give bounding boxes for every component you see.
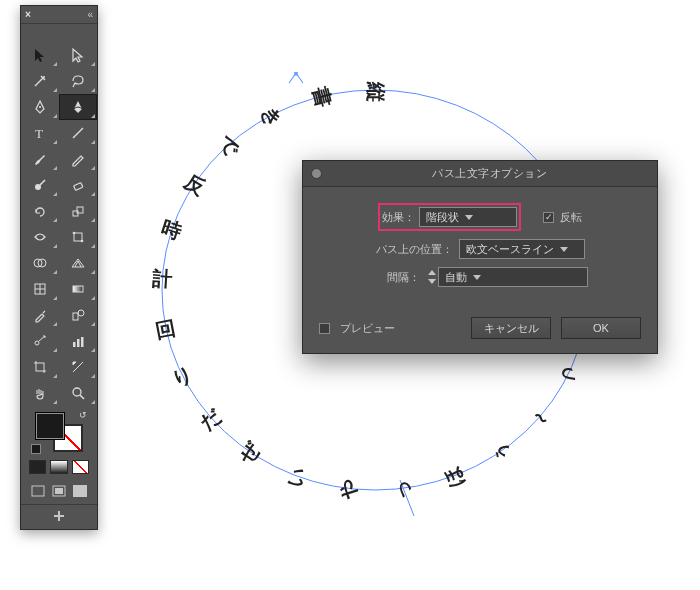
scale-tool[interactable] [59,198,97,224]
svg-text:T: T [35,126,43,141]
effect-highlight: 効果： 階段状 [378,203,521,231]
dialog-titlebar[interactable]: パス上文字オプション [303,161,657,187]
blob-brush-tool[interactable] [21,172,59,198]
blend-tool[interactable] [59,302,97,328]
eyedropper-tool[interactable] [21,302,59,328]
path-text-glyph[interactable]: っ [553,360,583,393]
svg-point-10 [73,232,76,235]
svg-rect-6 [74,182,83,190]
path-text-glyph[interactable]: 計 [152,265,174,293]
screen-mode-full-icon[interactable] [50,484,67,498]
lasso-tool[interactable] [59,68,97,94]
window-close-dot[interactable] [311,168,322,179]
type-tool[interactable]: T [21,120,59,146]
curvature-tool[interactable] [59,94,97,120]
color-chip-gradient[interactable] [50,460,67,474]
pen-tool[interactable] [21,94,59,120]
chevron-down-icon [560,247,568,252]
default-fill-stroke-icon[interactable] [31,444,41,454]
fill-stroke-swatch[interactable]: ↺ [35,412,83,452]
path-text-glyph[interactable]: で [212,129,245,162]
path-text-glyph[interactable]: ほ [438,463,470,492]
preview-label: プレビュー [340,321,395,336]
tools-panel: × « T ↺ [20,5,98,530]
stepper-icon[interactable] [426,267,438,287]
screen-mode-row [21,480,97,504]
shape-builder-tool[interactable] [21,250,59,276]
svg-rect-27 [55,488,63,494]
magic-wand-tool[interactable] [21,68,59,94]
color-chip-solid[interactable] [29,460,46,474]
path-text-glyph[interactable]: や [334,478,363,501]
tools-panel-header: × « [21,6,97,24]
swap-fill-stroke-icon[interactable]: ↺ [79,410,87,420]
selection-tool[interactable] [21,42,59,68]
perspective-grid-tool[interactable] [59,250,97,276]
chevron-down-icon [473,275,481,280]
symbol-sprayer-tool[interactable] [21,328,59,354]
pencil-tool[interactable] [59,146,97,172]
position-select[interactable]: 欧文ベースライン [459,239,585,259]
path-text-glyph[interactable]: 時 [159,214,186,246]
ok-button[interactable]: OK [561,317,641,339]
slice-tool[interactable] [59,354,97,380]
rotate-tool[interactable] [21,198,59,224]
cancel-button[interactable]: キャンセル [471,317,551,339]
path-text-glyph[interactable]: 書 [306,85,337,111]
position-select-value: 欧文ベースライン [466,242,554,257]
fill-swatch[interactable] [35,412,65,440]
close-icon[interactable]: × [25,9,31,20]
svg-rect-0 [294,72,298,76]
path-text-glyph[interactable]: 縦 [362,82,389,102]
position-label: パス上の位置： [376,242,453,257]
svg-point-18 [35,341,39,345]
svg-rect-21 [81,337,84,347]
zoom-tool[interactable] [59,380,97,406]
svg-rect-28 [73,485,87,497]
color-chip-none[interactable] [72,460,89,474]
path-text-glyph[interactable]: り [168,360,198,393]
path-text-glyph[interactable]: き [256,101,289,132]
svg-line-24 [80,395,84,399]
width-tool[interactable] [21,224,59,250]
path-text-glyph[interactable]: 反 [179,168,210,202]
preview-checkbox[interactable] [319,323,330,334]
spacing-label: 間隔： [372,270,420,285]
line-segment-tool[interactable] [59,120,97,146]
flip-checkbox[interactable] [543,212,554,223]
path-text-glyph[interactable]: だ [195,402,228,436]
edit-toolbar-icon[interactable] [50,509,68,523]
screen-mode-presentation-icon[interactable] [72,484,89,498]
svg-rect-25 [32,486,44,496]
path-text-glyph[interactable]: ぜ [233,438,267,470]
dialog-title: パス上文字オプション [330,166,649,181]
mesh-tool[interactable] [21,276,59,302]
path-text-glyph[interactable]: ぅ [484,437,518,469]
svg-line-4 [73,128,83,138]
text-path-start-marker[interactable] [288,72,304,84]
path-text-glyph[interactable]: 回 [153,314,178,344]
screen-mode-normal-icon[interactable] [29,484,46,498]
paintbrush-tool[interactable] [21,146,59,172]
collapse-icon[interactable]: « [87,9,93,20]
spacing-select-value: 自動 [445,270,467,285]
direct-selection-tool[interactable] [59,42,97,68]
svg-rect-19 [73,342,76,347]
svg-point-23 [73,388,81,396]
flip-label: 反転 [560,210,582,225]
path-text-glyph[interactable]: ～ [523,402,556,436]
column-graph-tool[interactable] [59,328,97,354]
gradient-tool[interactable] [59,276,97,302]
free-transform-tool[interactable] [59,224,97,250]
svg-rect-20 [77,339,80,347]
eraser-tool[interactable] [59,172,97,198]
path-text-glyph[interactable]: っ [388,478,417,501]
spacing-select[interactable]: 自動 [438,267,588,287]
effect-select-value: 階段状 [426,210,459,225]
svg-rect-22 [36,363,44,371]
svg-point-2 [39,106,41,108]
hand-tool[interactable] [21,380,59,406]
effect-select[interactable]: 階段状 [419,207,517,227]
artboard-tool[interactable] [21,354,59,380]
path-text-glyph[interactable]: い [281,463,313,491]
